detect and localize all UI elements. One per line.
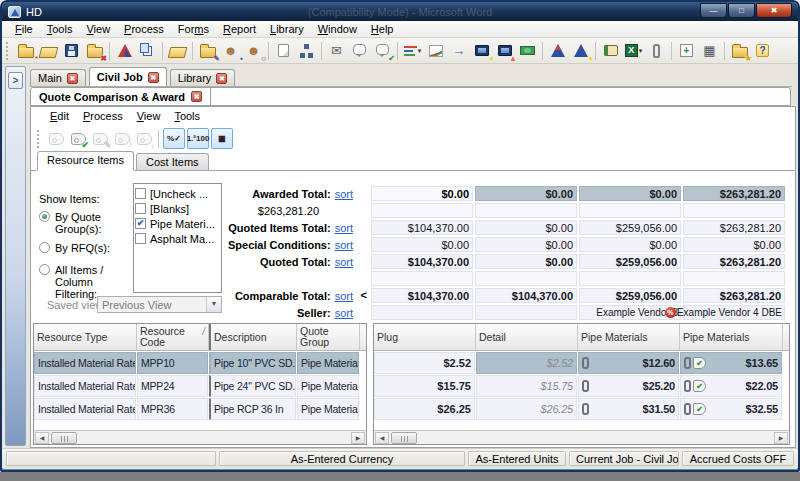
plug-cell[interactable]: $2.52: [374, 352, 475, 374]
menu-library[interactable]: Library: [263, 22, 311, 36]
totals-cell[interactable]: $259,056.00: [579, 220, 681, 235]
status-units[interactable]: As-Entered Units: [468, 451, 566, 466]
approve-quote-button[interactable]: ✔: [68, 128, 88, 150]
edit-quote-button[interactable]: ✎: [90, 128, 110, 150]
totals-cell[interactable]: $104,370.00: [475, 288, 577, 303]
cell[interactable]: Pipe 10" PVC SD...: [209, 352, 296, 374]
user-save-button[interactable]: ☻▪: [220, 40, 241, 62]
menu-tools[interactable]: Tools: [40, 22, 80, 36]
sort-link[interactable]: sort: [335, 256, 353, 268]
cell[interactable]: MPR36: [137, 398, 208, 420]
cell[interactable]: Installed Material Rate: [34, 375, 136, 397]
totals-cell[interactable]: $263,281.20: [683, 254, 785, 269]
column-header-resource-type[interactable]: Resource Type: [34, 324, 137, 350]
tab-quote-comparison[interactable]: Quote Comparison & Award: [31, 88, 211, 105]
sort-filter-button[interactable]: ▾: [402, 40, 423, 62]
status-current-job[interactable]: Current Job - Civil Job: [569, 451, 679, 466]
calculator-button[interactable]: ▦: [699, 40, 720, 62]
setup-wizard-button[interactable]: ★: [729, 40, 750, 62]
totals-cell[interactable]: [683, 203, 785, 218]
toggle-grid-view-button[interactable]: ▦: [211, 128, 233, 149]
totals-cell[interactable]: $259,056.00: [579, 254, 681, 269]
cell[interactable]: Pipe Materials: [297, 398, 359, 420]
sort-link[interactable]: sort: [335, 307, 353, 319]
totals-cell[interactable]: [371, 271, 473, 286]
detail-cell[interactable]: $15.75: [476, 375, 577, 397]
menu-report[interactable]: Report: [216, 22, 263, 36]
totals-cell[interactable]: $104,370.00: [371, 220, 473, 235]
totals-cell[interactable]: %Example Vendor 4 DBE: [683, 305, 785, 320]
resource-grid-hscrollbar[interactable]: [34, 430, 366, 444]
tab-civil-job[interactable]: Civil Job: [89, 67, 167, 86]
totals-cell[interactable]: $263,281.20: [683, 186, 785, 201]
scroll-left-icon[interactable]: [35, 432, 49, 444]
award-quote-button[interactable]: [46, 128, 66, 150]
column-header-detail[interactable]: Detail: [476, 324, 578, 350]
save-button[interactable]: [61, 40, 82, 62]
status-accrued-costs[interactable]: Accrued Costs OFF: [682, 451, 794, 466]
excel-export-button[interactable]: X▾: [623, 40, 644, 62]
estimate-properties-button[interactable]: ✎: [197, 40, 218, 62]
quote-cell[interactable]: $13.65: [680, 352, 782, 374]
column-header-plug[interactable]: Plug: [374, 324, 476, 350]
totals-cell[interactable]: [475, 203, 577, 218]
cell[interactable]: Pipe 24" PVC SD...: [209, 375, 296, 397]
toggle-percent-check-button[interactable]: %✓: [163, 128, 185, 149]
totals-cell[interactable]: [475, 271, 577, 286]
close-tab-icon[interactable]: [148, 72, 159, 83]
expand-panel-button[interactable]: [8, 72, 23, 89]
panel-menu-view[interactable]: View: [130, 109, 168, 125]
column-header-pipe-materials[interactable]: Pipe Materials: [680, 324, 783, 350]
totals-cell[interactable]: $0.00: [475, 237, 577, 252]
analysis-chart-button[interactable]: [425, 40, 446, 62]
menu-process[interactable]: Process: [117, 22, 171, 36]
panel-toolbar-grip[interactable]: [37, 130, 41, 148]
close-estimate-button[interactable]: ✖: [84, 40, 105, 62]
quote-cell[interactable]: $32.55: [680, 398, 782, 420]
scroll-right-icon[interactable]: [351, 432, 365, 444]
raise-quote-button[interactable]: ↑: [112, 128, 132, 150]
org-chart-button[interactable]: [296, 40, 317, 62]
quote-cell[interactable]: $22.05: [680, 375, 782, 397]
copy-items-button[interactable]: [137, 40, 158, 62]
quote-row[interactable]: $15.75$15.75$25.20$22.05: [374, 375, 789, 397]
resource-row[interactable]: Installed Material RateMPP24Pipe 24" PVC…: [34, 375, 366, 397]
close-tab-icon[interactable]: [67, 73, 78, 84]
totals-cell[interactable]: [579, 271, 681, 286]
cell[interactable]: Installed Material Rate: [34, 352, 136, 374]
quote-cell[interactable]: $12.60: [578, 352, 679, 374]
cell[interactable]: MPP10: [137, 352, 208, 374]
heavybid-home-button[interactable]: [114, 40, 135, 62]
close-tab-icon[interactable]: [216, 73, 227, 84]
column-header-quote-group[interactable]: Quote Group: [297, 324, 360, 350]
sort-link[interactable]: sort: [335, 290, 353, 302]
push-quote-button[interactable]: ↓: [134, 128, 154, 150]
monitor-report-button[interactable]: ▲: [494, 40, 515, 62]
totals-cell[interactable]: $263,281.20: [683, 220, 785, 235]
cell[interactable]: MPP24: [137, 375, 208, 397]
panel-menu-process[interactable]: Process: [76, 109, 130, 125]
panel-menu-edit[interactable]: Edit: [43, 109, 76, 125]
menu-help[interactable]: Help: [364, 22, 401, 36]
totals-cell[interactable]: $0.00: [371, 186, 473, 201]
bid-schedule-button[interactable]: ●: [570, 40, 591, 62]
bid-summary-button[interactable]: [547, 40, 568, 62]
scroll-thumb[interactable]: [51, 432, 77, 444]
quote-check-button[interactable]: ✔: [372, 40, 393, 62]
toolbar-grip[interactable]: [6, 42, 10, 60]
column-header-pipe-materials[interactable]: Pipe Materials: [578, 324, 680, 350]
tab-library[interactable]: Library: [170, 69, 236, 86]
scroll-left-icon[interactable]: [375, 432, 389, 444]
quote-grid-hscrollbar[interactable]: [374, 430, 789, 444]
title-bar[interactable]: HD (Compatibility Mode) - Microsoft Word: [2, 2, 798, 21]
quote-row[interactable]: $26.25$26.25$31.50$32.55: [374, 398, 789, 420]
sort-link[interactable]: sort: [335, 239, 353, 251]
open-recent-button[interactable]: [167, 40, 188, 62]
new-estimate-button[interactable]: *: [15, 40, 36, 62]
totals-cell[interactable]: [579, 203, 681, 218]
totals-cell[interactable]: $263,281.20: [683, 288, 785, 303]
close-button[interactable]: [756, 3, 792, 18]
scroll-right-icon[interactable]: [774, 432, 788, 444]
quote-cell[interactable]: $31.50: [578, 398, 679, 420]
quote-row[interactable]: $2.52$2.52$12.60$13.65: [374, 352, 789, 374]
